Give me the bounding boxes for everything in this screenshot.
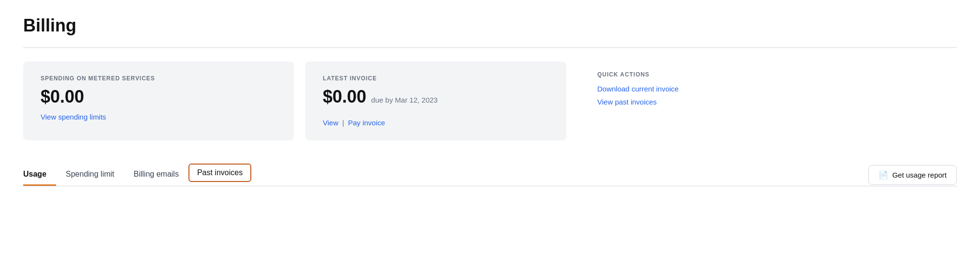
download-current-invoice-link[interactable]: Download current invoice bbox=[597, 85, 957, 93]
cards-row: Spending on metered services $0.00 View … bbox=[23, 61, 957, 140]
spending-amount: $0.00 bbox=[41, 87, 276, 107]
tabs-list: Usage Spending limit Billing emails Past… bbox=[23, 164, 251, 186]
spending-card-label: Spending on metered services bbox=[41, 75, 276, 82]
quick-actions-links: Download current invoice View past invoi… bbox=[597, 85, 957, 106]
pay-invoice-link[interactable]: Pay invoice bbox=[348, 119, 385, 127]
tab-spending-limit[interactable]: Spending limit bbox=[56, 164, 124, 186]
view-invoice-link[interactable]: View bbox=[323, 119, 338, 127]
invoice-links: View | Pay invoice bbox=[323, 119, 549, 127]
page-title: Billing bbox=[23, 15, 957, 36]
tab-usage[interactable]: Usage bbox=[23, 164, 56, 186]
invoice-due-text: due by Mar 12, 2023 bbox=[371, 96, 438, 104]
billing-page: Billing Spending on metered services $0.… bbox=[0, 0, 980, 271]
invoice-card: LATEST INVOICE $0.00 due by Mar 12, 2023… bbox=[305, 61, 566, 140]
invoice-separator: | bbox=[342, 119, 344, 127]
view-spending-limits-link[interactable]: View spending limits bbox=[41, 113, 106, 121]
get-usage-report-button[interactable]: 📄 Get usage report bbox=[868, 165, 957, 185]
quick-actions-card: QUICK ACTIONS Download current invoice V… bbox=[578, 61, 957, 140]
tabs-row: Usage Spending limit Billing emails Past… bbox=[23, 164, 957, 186]
tab-past-invoices[interactable]: Past invoices bbox=[188, 164, 251, 182]
divider bbox=[23, 47, 957, 48]
invoice-amount-row: $0.00 due by Mar 12, 2023 bbox=[323, 87, 549, 113]
document-icon: 📄 bbox=[879, 170, 888, 180]
quick-actions-label: QUICK ACTIONS bbox=[597, 71, 957, 78]
spending-card: Spending on metered services $0.00 View … bbox=[23, 61, 294, 140]
invoice-amount: $0.00 bbox=[323, 87, 366, 107]
tab-billing-emails[interactable]: Billing emails bbox=[124, 164, 188, 186]
view-past-invoices-link[interactable]: View past invoices bbox=[597, 98, 957, 106]
get-usage-btn-label: Get usage report bbox=[892, 171, 947, 179]
invoice-card-label: LATEST INVOICE bbox=[323, 75, 549, 82]
